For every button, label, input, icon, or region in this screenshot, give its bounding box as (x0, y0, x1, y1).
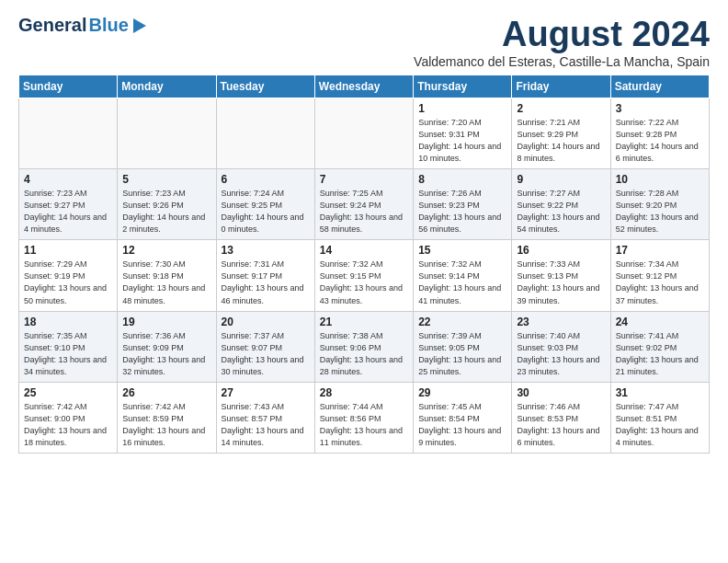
day-info: Sunrise: 7:28 AM Sunset: 9:20 PM Dayligh… (616, 188, 704, 236)
day-number: 21 (320, 316, 408, 328)
calendar-week-row-2: 11Sunrise: 7:29 AM Sunset: 9:19 PM Dayli… (19, 240, 710, 311)
calendar-cell (314, 98, 413, 169)
calendar-cell: 6Sunrise: 7:24 AM Sunset: 9:25 PM Daylig… (216, 169, 314, 240)
day-info: Sunrise: 7:42 AM Sunset: 9:00 PM Dayligh… (24, 401, 112, 449)
calendar-cell: 27Sunrise: 7:43 AM Sunset: 8:57 PM Dayli… (216, 382, 314, 453)
day-number: 14 (320, 244, 408, 257)
header-wednesday: Wednesday (314, 75, 413, 98)
calendar-cell: 30Sunrise: 7:46 AM Sunset: 8:53 PM Dayli… (512, 382, 610, 453)
day-info: Sunrise: 7:38 AM Sunset: 9:06 PM Dayligh… (320, 330, 408, 378)
header-tuesday: Tuesday (216, 75, 314, 98)
weekday-header-row: Sunday Monday Tuesday Wednesday Thursday… (19, 75, 710, 98)
calendar-cell: 16Sunrise: 7:33 AM Sunset: 9:13 PM Dayli… (512, 240, 610, 311)
day-number: 5 (122, 173, 210, 186)
day-info: Sunrise: 7:30 AM Sunset: 9:18 PM Dayligh… (122, 259, 210, 306)
day-number: 12 (122, 244, 210, 257)
calendar-cell: 22Sunrise: 7:39 AM Sunset: 9:05 PM Dayli… (414, 311, 512, 382)
day-info: Sunrise: 7:37 AM Sunset: 9:07 PM Dayligh… (222, 330, 310, 378)
calendar-cell (118, 98, 216, 169)
day-number: 2 (517, 102, 605, 115)
calendar-week-row-4: 25Sunrise: 7:42 AM Sunset: 9:00 PM Dayli… (19, 382, 710, 453)
day-info: Sunrise: 7:41 AM Sunset: 9:02 PM Dayligh… (616, 330, 704, 378)
day-info: Sunrise: 7:47 AM Sunset: 8:51 PM Dayligh… (616, 401, 704, 449)
calendar-cell: 20Sunrise: 7:37 AM Sunset: 9:07 PM Dayli… (216, 311, 314, 382)
calendar-cell: 13Sunrise: 7:31 AM Sunset: 9:17 PM Dayli… (216, 240, 314, 311)
day-number: 24 (616, 316, 704, 328)
day-number: 26 (122, 386, 210, 399)
day-info: Sunrise: 7:29 AM Sunset: 9:19 PM Dayligh… (24, 259, 112, 306)
calendar-cell: 25Sunrise: 7:42 AM Sunset: 9:00 PM Dayli… (19, 382, 118, 453)
calendar-cell: 19Sunrise: 7:36 AM Sunset: 9:09 PM Dayli… (118, 311, 216, 382)
page: GeneralBlue August 2024 Valdemanco del E… (0, 0, 728, 468)
calendar-week-row-1: 4Sunrise: 7:23 AM Sunset: 9:27 PM Daylig… (19, 169, 710, 240)
day-info: Sunrise: 7:20 AM Sunset: 9:31 PM Dayligh… (418, 117, 506, 165)
calendar-cell: 10Sunrise: 7:28 AM Sunset: 9:20 PM Dayli… (610, 169, 709, 240)
day-number: 29 (418, 386, 506, 399)
calendar-cell: 21Sunrise: 7:38 AM Sunset: 9:06 PM Dayli… (314, 311, 413, 382)
day-info: Sunrise: 7:36 AM Sunset: 9:09 PM Dayligh… (122, 330, 210, 378)
day-info: Sunrise: 7:22 AM Sunset: 9:28 PM Dayligh… (616, 117, 704, 165)
day-number: 6 (222, 173, 310, 186)
header: GeneralBlue August 2024 Valdemanco del E… (18, 15, 710, 69)
calendar-cell: 17Sunrise: 7:34 AM Sunset: 9:12 PM Dayli… (610, 240, 709, 311)
day-info: Sunrise: 7:35 AM Sunset: 9:10 PM Dayligh… (24, 330, 112, 378)
calendar-cell: 29Sunrise: 7:45 AM Sunset: 8:54 PM Dayli… (414, 382, 512, 453)
calendar-week-row-3: 18Sunrise: 7:35 AM Sunset: 9:10 PM Dayli… (19, 311, 710, 382)
day-info: Sunrise: 7:31 AM Sunset: 9:17 PM Dayligh… (222, 259, 310, 306)
day-number: 15 (418, 244, 506, 257)
day-info: Sunrise: 7:26 AM Sunset: 9:23 PM Dayligh… (418, 188, 506, 236)
calendar-cell: 15Sunrise: 7:32 AM Sunset: 9:14 PM Dayli… (414, 240, 512, 311)
day-number: 20 (222, 316, 310, 328)
day-number: 31 (616, 386, 704, 399)
day-info: Sunrise: 7:32 AM Sunset: 9:15 PM Dayligh… (320, 259, 408, 306)
day-info: Sunrise: 7:39 AM Sunset: 9:05 PM Dayligh… (418, 330, 506, 378)
day-number: 23 (517, 316, 605, 328)
logo-arrow-icon (133, 18, 146, 33)
calendar-cell: 8Sunrise: 7:26 AM Sunset: 9:23 PM Daylig… (414, 169, 512, 240)
calendar-cell: 9Sunrise: 7:27 AM Sunset: 9:22 PM Daylig… (512, 169, 610, 240)
day-info: Sunrise: 7:46 AM Sunset: 8:53 PM Dayligh… (517, 401, 605, 449)
calendar-cell: 28Sunrise: 7:44 AM Sunset: 8:56 PM Dayli… (314, 382, 413, 453)
day-info: Sunrise: 7:24 AM Sunset: 9:25 PM Dayligh… (222, 188, 310, 236)
calendar-cell: 12Sunrise: 7:30 AM Sunset: 9:18 PM Dayli… (118, 240, 216, 311)
calendar-cell: 11Sunrise: 7:29 AM Sunset: 9:19 PM Dayli… (19, 240, 118, 311)
day-number: 17 (616, 244, 704, 257)
day-info: Sunrise: 7:23 AM Sunset: 9:27 PM Dayligh… (24, 188, 112, 236)
day-number: 22 (418, 316, 506, 328)
calendar-cell: 2Sunrise: 7:21 AM Sunset: 9:29 PM Daylig… (512, 98, 610, 169)
header-saturday: Saturday (610, 75, 709, 98)
day-info: Sunrise: 7:23 AM Sunset: 9:26 PM Dayligh… (122, 188, 210, 236)
calendar-cell: 31Sunrise: 7:47 AM Sunset: 8:51 PM Dayli… (610, 382, 709, 453)
calendar-cell: 14Sunrise: 7:32 AM Sunset: 9:15 PM Dayli… (314, 240, 413, 311)
logo: GeneralBlue (18, 15, 146, 36)
day-number: 9 (517, 173, 605, 186)
header-friday: Friday (512, 75, 610, 98)
title-block: August 2024 Valdemanco del Esteras, Cast… (414, 15, 710, 69)
day-number: 16 (517, 244, 605, 257)
day-number: 18 (24, 316, 112, 328)
calendar-table: Sunday Monday Tuesday Wednesday Thursday… (18, 75, 710, 454)
day-number: 13 (222, 244, 310, 257)
day-number: 19 (122, 316, 210, 328)
day-info: Sunrise: 7:40 AM Sunset: 9:03 PM Dayligh… (517, 330, 605, 378)
day-number: 25 (24, 386, 112, 399)
day-info: Sunrise: 7:32 AM Sunset: 9:14 PM Dayligh… (418, 259, 506, 306)
calendar-cell: 1Sunrise: 7:20 AM Sunset: 9:31 PM Daylig… (414, 98, 512, 169)
calendar-cell (19, 98, 118, 169)
header-monday: Monday (118, 75, 216, 98)
calendar-cell (216, 98, 314, 169)
calendar-cell: 23Sunrise: 7:40 AM Sunset: 9:03 PM Dayli… (512, 311, 610, 382)
calendar-cell: 18Sunrise: 7:35 AM Sunset: 9:10 PM Dayli… (19, 311, 118, 382)
calendar-cell: 5Sunrise: 7:23 AM Sunset: 9:26 PM Daylig… (118, 169, 216, 240)
day-info: Sunrise: 7:44 AM Sunset: 8:56 PM Dayligh… (320, 401, 408, 449)
header-sunday: Sunday (19, 75, 118, 98)
day-number: 3 (616, 102, 704, 115)
header-thursday: Thursday (414, 75, 512, 98)
day-info: Sunrise: 7:25 AM Sunset: 9:24 PM Dayligh… (320, 188, 408, 236)
day-number: 11 (24, 244, 112, 257)
day-info: Sunrise: 7:21 AM Sunset: 9:29 PM Dayligh… (517, 117, 605, 165)
calendar-cell: 24Sunrise: 7:41 AM Sunset: 9:02 PM Dayli… (610, 311, 709, 382)
calendar-cell: 4Sunrise: 7:23 AM Sunset: 9:27 PM Daylig… (19, 169, 118, 240)
logo-general-text: General (18, 15, 86, 36)
calendar-cell: 7Sunrise: 7:25 AM Sunset: 9:24 PM Daylig… (314, 169, 413, 240)
